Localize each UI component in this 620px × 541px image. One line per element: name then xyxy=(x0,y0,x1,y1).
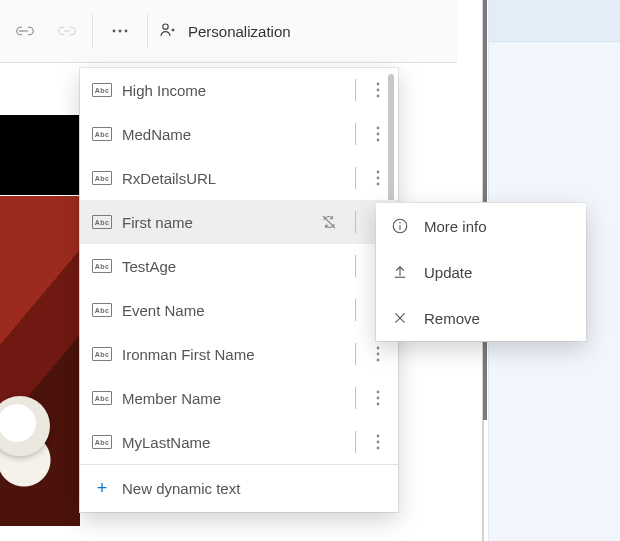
personalization-icon xyxy=(158,20,178,43)
toolbar-separator xyxy=(147,14,148,48)
svg-point-28 xyxy=(377,435,380,438)
field-row[interactable]: AbcMedName xyxy=(80,112,398,156)
context-menu-item-update[interactable]: Update xyxy=(376,249,586,295)
field-row[interactable]: AbcRxDetailsURL xyxy=(80,156,398,200)
plus-icon: + xyxy=(94,478,110,499)
right-pane-header xyxy=(489,0,620,42)
svg-point-33 xyxy=(399,222,401,224)
svg-point-24 xyxy=(377,359,380,362)
new-dynamic-text-button[interactable]: + New dynamic text xyxy=(80,464,398,512)
row-more-button[interactable] xyxy=(374,166,382,190)
svg-point-6 xyxy=(377,95,380,98)
svg-point-12 xyxy=(377,183,380,186)
new-dynamic-text-label: New dynamic text xyxy=(122,480,240,497)
svg-point-2 xyxy=(125,30,128,33)
svg-point-5 xyxy=(377,89,380,92)
field-row[interactable]: AbcHigh Income xyxy=(80,68,398,112)
row-action-separator xyxy=(355,79,356,101)
svg-point-8 xyxy=(377,133,380,136)
field-label: Event Name xyxy=(122,302,341,319)
svg-point-1 xyxy=(119,30,122,33)
field-label: MedName xyxy=(122,126,341,143)
context-menu-label: Update xyxy=(424,264,472,281)
svg-point-26 xyxy=(377,397,380,400)
row-action-separator xyxy=(355,167,356,189)
context-menu-label: More info xyxy=(424,218,487,235)
row-more-button[interactable] xyxy=(374,122,382,146)
link-tool-icon[interactable] xyxy=(4,0,46,62)
text-field-type-icon: Abc xyxy=(92,215,112,229)
text-field-type-icon: Abc xyxy=(92,391,112,405)
field-label: Member Name xyxy=(122,390,341,407)
text-field-type-icon: Abc xyxy=(92,171,112,185)
svg-point-7 xyxy=(377,127,380,130)
context-menu-label: Remove xyxy=(424,310,480,327)
svg-point-0 xyxy=(113,30,116,33)
field-row[interactable]: AbcMyLastName xyxy=(80,420,398,464)
row-more-button[interactable] xyxy=(374,78,382,102)
text-field-type-icon: Abc xyxy=(92,83,112,97)
svg-point-3 xyxy=(163,24,168,29)
field-label: First name xyxy=(122,214,311,231)
row-more-button[interactable] xyxy=(374,386,382,410)
overflow-menu-button[interactable] xyxy=(97,0,143,62)
info-icon xyxy=(390,217,410,235)
text-field-type-icon: Abc xyxy=(92,303,112,317)
svg-point-23 xyxy=(377,353,380,356)
personalization-tab[interactable]: Personalization xyxy=(152,0,305,62)
svg-point-9 xyxy=(377,139,380,142)
canvas-image-strip xyxy=(0,115,80,195)
svg-point-4 xyxy=(377,83,380,86)
personalization-panel: AbcHigh IncomeAbcMedNameAbcRxDetailsURLA… xyxy=(80,68,398,512)
field-row[interactable]: AbcIronman First Name xyxy=(80,332,398,376)
text-field-type-icon: Abc xyxy=(92,435,112,449)
field-row[interactable]: AbcTestAge xyxy=(80,244,398,288)
canvas-background xyxy=(0,63,80,541)
svg-point-22 xyxy=(377,347,380,350)
sync-disabled-icon xyxy=(321,214,337,230)
top-toolbar: Personalization xyxy=(0,0,457,63)
row-more-button[interactable] xyxy=(374,342,382,366)
field-row[interactable]: AbcFirst name xyxy=(80,200,398,244)
row-action-separator xyxy=(355,387,356,409)
svg-point-27 xyxy=(377,403,380,406)
field-row[interactable]: AbcEvent Name xyxy=(80,288,398,332)
text-field-type-icon: Abc xyxy=(92,127,112,141)
field-row[interactable]: AbcMember Name xyxy=(80,376,398,420)
remove-icon xyxy=(390,310,410,326)
field-label: TestAge xyxy=(122,258,341,275)
field-label: High Income xyxy=(122,82,341,99)
row-action-separator xyxy=(355,255,356,277)
svg-point-11 xyxy=(377,177,380,180)
context-menu-item-info[interactable]: More info xyxy=(376,203,586,249)
context-menu-item-remove[interactable]: Remove xyxy=(376,295,586,341)
row-action-separator xyxy=(355,431,356,453)
text-field-type-icon: Abc xyxy=(92,347,112,361)
row-more-button[interactable] xyxy=(374,430,382,454)
svg-point-25 xyxy=(377,391,380,394)
svg-point-29 xyxy=(377,441,380,444)
canvas-image-main xyxy=(0,196,80,526)
svg-point-10 xyxy=(377,171,380,174)
personalization-label: Personalization xyxy=(188,23,291,40)
row-action-separator xyxy=(355,211,356,233)
row-action-separator xyxy=(355,123,356,145)
field-label: MyLastName xyxy=(122,434,341,451)
row-action-separator xyxy=(355,343,356,365)
field-label: RxDetailsURL xyxy=(122,170,341,187)
anchor-tool-icon[interactable] xyxy=(46,0,88,62)
field-label: Ironman First Name xyxy=(122,346,341,363)
update-icon xyxy=(390,263,410,281)
toolbar-separator xyxy=(92,14,93,48)
row-action-separator xyxy=(355,299,356,321)
field-context-menu: More infoUpdateRemove xyxy=(376,203,586,341)
canvas-image-detail xyxy=(0,396,50,456)
svg-point-30 xyxy=(377,447,380,450)
text-field-type-icon: Abc xyxy=(92,259,112,273)
